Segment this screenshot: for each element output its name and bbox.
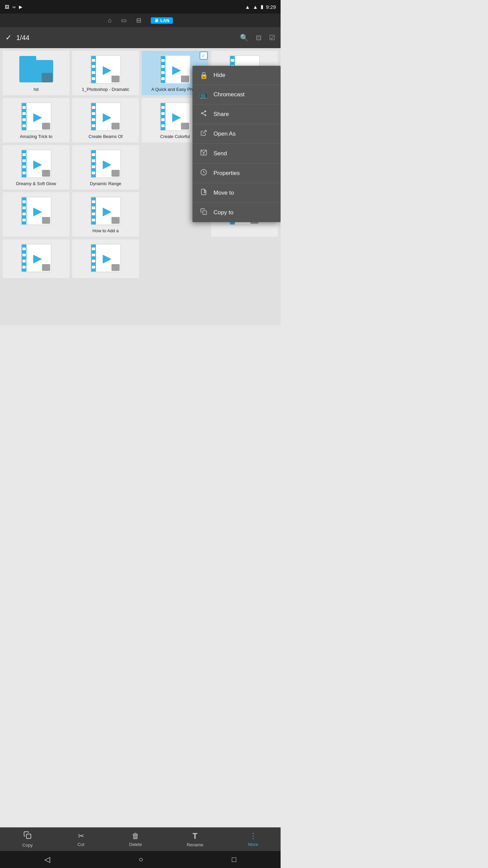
file-item-createbeams[interactable]: ▶ Create Beams Of <box>72 98 139 142</box>
select-partial-icon[interactable]: ⊡ <box>256 34 262 42</box>
file-name-aquickphoto: A Quick and Easy Photo <box>151 87 199 93</box>
status-right-icons: ▲ ▲ ▮ 9:29 <box>245 4 276 10</box>
file-item-row5-3[interactable]: ▶ <box>72 239 139 278</box>
file-name-1photoshop: 1_Photoshop - Dramatic <box>82 87 129 93</box>
file-grid: hd ▶ 1_Photoshop - Dramatic ✓ ▶ A <box>0 48 281 326</box>
file-item-1photoshop[interactable]: ▶ 1_Photoshop - Dramatic <box>72 51 139 95</box>
moveto-label: Move to <box>214 190 234 196</box>
search-icon[interactable]: 🔍 <box>240 34 248 42</box>
file-item-dynamicrange[interactable]: ▶ Dreamy & Soft Glow <box>3 145 69 190</box>
moveto-icon <box>199 189 208 197</box>
file-item-fourdifferent[interactable]: ▶ Dynamic Range <box>72 145 139 190</box>
image-icon: 🖼 <box>5 4 9 9</box>
folder-thumb <box>19 54 53 85</box>
openas-label: Open As <box>214 131 236 137</box>
file-item-hd[interactable]: hd <box>3 51 69 95</box>
file-name-amazingtrick: Amazing Trick to <box>20 134 52 140</box>
video-thumb: ▶ <box>89 149 123 179</box>
context-share[interactable]: Share <box>192 104 281 124</box>
share-icon <box>199 110 208 118</box>
file-name-createcolorful: Create Colorful <box>160 134 190 140</box>
battery-icon: ▮ <box>261 4 263 10</box>
video-thumb: ▶ <box>89 243 123 273</box>
context-moveto[interactable]: Move to <box>192 183 281 203</box>
selected-check: ✓ <box>200 52 208 60</box>
context-copyto[interactable]: Copy to <box>192 203 281 222</box>
properties-label: Properties <box>214 170 240 177</box>
context-send[interactable]: Send <box>192 144 281 163</box>
video-thumb: ▶ <box>19 101 53 132</box>
copyto-label: Copy to <box>214 209 233 216</box>
file-name-createbeams: Create Beams Of <box>88 134 122 140</box>
wifi-icon: ▲ <box>245 4 250 10</box>
file-item-row5-2[interactable]: ▶ <box>3 239 69 278</box>
context-hide[interactable]: 🔒 Hide <box>192 66 281 85</box>
lan-label: LAN <box>160 18 169 23</box>
file-item-howtobrighten[interactable]: ▶ <box>3 192 69 237</box>
video-thumb: ▶ <box>158 101 192 132</box>
file-name-hd: hd <box>34 87 38 93</box>
svg-rect-9 <box>203 211 207 215</box>
context-openas[interactable]: Open As <box>192 124 281 144</box>
video-thumb: ▶ <box>89 101 123 132</box>
context-chromecast[interactable]: 📺 Chromecast <box>192 85 281 104</box>
signal-icon: ▲ <box>253 4 258 10</box>
action-bar: ✓ 1/44 🔍 ⊡ ☑ <box>0 27 281 48</box>
copyto-icon <box>199 208 208 217</box>
context-menu: 🔒 Hide 📺 Chromecast Share Open <box>192 66 281 222</box>
play-icon: ▶ <box>19 4 22 9</box>
file-item-amazingtrick[interactable]: ▶ Amazing Trick to <box>3 98 69 142</box>
video-thumb: ▶ <box>19 149 53 179</box>
chromecast-icon: 📺 <box>199 91 208 99</box>
select-all-icon[interactable]: ☑ <box>269 34 275 42</box>
video-thumb: ▶ <box>19 196 53 226</box>
item-count: 1/44 <box>16 34 235 42</box>
lan-badge[interactable]: 🖥 LAN <box>151 17 173 24</box>
home-icon[interactable]: ⌂ <box>108 17 111 24</box>
status-bar: 🖼 ∞ ▶ ▲ ▲ ▮ 9:29 <box>0 0 281 14</box>
video-thumb: ▶ <box>89 196 123 226</box>
clock: 9:29 <box>266 4 276 10</box>
video-thumb: ▶ <box>158 54 192 85</box>
lan-computer-icon: 🖥 <box>154 18 159 23</box>
file-name-howtochange: How to Add a <box>93 228 119 234</box>
file-name-fourdifferent: Dynamic Range <box>90 181 121 187</box>
hide-label: Hide <box>214 72 225 79</box>
video-thumb: ▶ <box>89 54 123 85</box>
hide-icon: 🔒 <box>199 71 208 79</box>
tablet-icon[interactable]: ▭ <box>121 17 127 24</box>
action-bar-icons: 🔍 ⊡ ☑ <box>240 34 275 42</box>
voicemail-icon: ∞ <box>13 4 16 9</box>
svg-line-3 <box>203 114 205 115</box>
svg-point-2 <box>205 114 206 116</box>
check-icon[interactable]: ✓ <box>5 33 12 42</box>
properties-icon <box>199 169 208 177</box>
status-left-icons: 🖼 ∞ ▶ <box>5 4 22 9</box>
svg-line-4 <box>203 112 205 113</box>
top-toolbar: ⌂ ▭ ⊟ 🖥 LAN <box>0 14 281 27</box>
svg-point-0 <box>205 111 206 112</box>
file-name-dynamicrange: Dreamy & Soft Glow <box>16 181 56 187</box>
send-label: Send <box>214 150 227 157</box>
video-thumb: ▶ <box>19 243 53 273</box>
network-icon[interactable]: ⊟ <box>136 17 141 24</box>
svg-point-1 <box>201 113 203 114</box>
send-icon <box>199 149 208 158</box>
file-item-howtochange[interactable]: ▶ How to Add a <box>72 192 139 237</box>
share-label: Share <box>214 111 229 118</box>
openas-icon <box>199 130 208 138</box>
context-properties[interactable]: Properties <box>192 163 281 183</box>
chromecast-label: Chromecast <box>214 91 245 98</box>
